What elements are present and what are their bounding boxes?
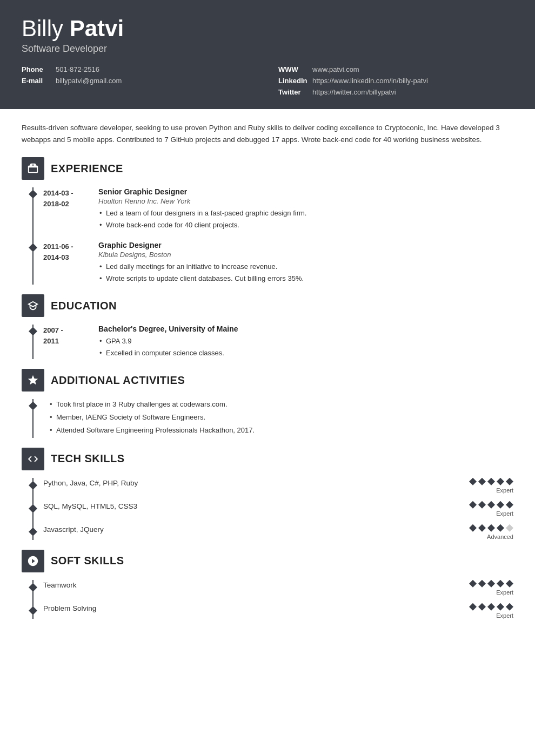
bullet-item: Led daily meetings for an initiative to … bbox=[98, 261, 513, 272]
tech-skills-title: TECH SKILLS bbox=[51, 453, 125, 465]
dots-row-1 bbox=[469, 478, 513, 485]
phone-item: Phone 501-872-2516 bbox=[22, 65, 257, 73]
experience-section: EXPERIENCE 2014-03 -2018-02 Senior Graph… bbox=[22, 157, 513, 285]
dot bbox=[469, 580, 477, 588]
summary-text: Results-driven software developer, seeki… bbox=[22, 122, 513, 145]
tech-skills-timeline: Python, Java, C#, PHP, Ruby Expert bbox=[32, 478, 513, 540]
experience-icon bbox=[22, 157, 44, 180]
skill-item-3: Javascript, JQuery Advanced bbox=[34, 524, 513, 540]
dot bbox=[506, 478, 513, 485]
bullets-1: Led a team of four designers in a fast-p… bbox=[98, 208, 513, 230]
linkedin-item: LinkedIn https://www.linkedin.com/in/bil… bbox=[278, 77, 513, 85]
dot bbox=[469, 478, 477, 485]
dot bbox=[469, 524, 477, 532]
star-icon bbox=[27, 374, 39, 386]
soft-skills-timeline: Teamwork Expert bbox=[32, 580, 513, 619]
soft-skill-row-1: Teamwork Expert bbox=[34, 580, 513, 596]
dot bbox=[478, 603, 486, 611]
experience-title: EXPERIENCE bbox=[51, 163, 123, 175]
tech-skills-icon bbox=[22, 448, 44, 470]
soft-skill-item-1: Teamwork Expert bbox=[34, 580, 513, 596]
dot bbox=[497, 478, 504, 485]
twitter-item: Twitter https://twitter.com/billypatvi bbox=[278, 88, 513, 96]
email-item: E-mail billypatvi@gmail.com bbox=[22, 77, 257, 85]
role-1: Senior Graphic Designer bbox=[98, 187, 513, 196]
dot bbox=[506, 580, 513, 588]
activities-header: ADDITIONAL ACTIVITIES bbox=[22, 369, 513, 392]
skill-item-1: Python, Java, C#, PHP, Ruby Expert bbox=[34, 478, 513, 494]
company-2: Kibula Designs, Boston bbox=[98, 251, 513, 259]
dot bbox=[478, 524, 486, 532]
phone-value: 501-872-2516 bbox=[56, 65, 99, 73]
www-item: WWW www.patvi.com bbox=[278, 65, 513, 73]
dot bbox=[506, 501, 513, 509]
soft-skill-level-1: Expert bbox=[496, 589, 513, 596]
edu-role-1: Bachelor's Degree, University of Maine bbox=[98, 325, 513, 333]
dot bbox=[469, 501, 477, 509]
soft-skills-header: SOFT SKILLS bbox=[22, 550, 513, 572]
activity-item: Took first place in 3 Ruby challenges at… bbox=[49, 399, 513, 410]
person-icon bbox=[27, 555, 39, 567]
dot bbox=[487, 524, 495, 532]
activities-list: Took first place in 3 Ruby challenges at… bbox=[49, 399, 513, 436]
twitter-label: Twitter bbox=[278, 88, 308, 96]
skill-label-1: Python, Java, C#, PHP, Ruby bbox=[43, 478, 469, 487]
bullet-item: Wrote back-end code for 40 client projec… bbox=[98, 220, 513, 231]
education-timeline: 2007 -2011 Bachelor's Degree, University… bbox=[32, 325, 513, 359]
education-section: EDUCATION 2007 -2011 Bachelor's Degree, … bbox=[22, 294, 513, 359]
experience-item-2: 2011-06 -2014-03 Graphic Designer Kibula… bbox=[34, 241, 513, 285]
skill-dots-1: Expert bbox=[469, 478, 513, 494]
bullet-item: Led a team of four designers in a fast-p… bbox=[98, 208, 513, 219]
dot bbox=[506, 603, 513, 611]
edu-content-1: Bachelor's Degree, University of Maine G… bbox=[93, 325, 513, 359]
briefcase-icon bbox=[27, 163, 39, 174]
www-value: www.patvi.com bbox=[312, 65, 359, 73]
dot bbox=[506, 524, 513, 532]
education-item-1: 2007 -2011 Bachelor's Degree, University… bbox=[34, 325, 513, 359]
activities-item-1: Took first place in 3 Ruby challenges at… bbox=[34, 399, 513, 437]
activity-item: Attended Software Engineering Profession… bbox=[49, 425, 513, 436]
linkedin-label: LinkedIn bbox=[278, 77, 308, 85]
content-1: Senior Graphic Designer Houlton Renno In… bbox=[93, 187, 513, 231]
company-1: Houlton Renno Inc. New York bbox=[98, 197, 513, 205]
dot bbox=[497, 603, 504, 611]
soft-skill-item-2: Problem Solving Expert bbox=[34, 603, 513, 619]
education-icon bbox=[22, 294, 44, 317]
experience-timeline: 2014-03 -2018-02 Senior Graphic Designer… bbox=[32, 187, 513, 285]
date-1: 2014-03 -2018-02 bbox=[34, 187, 93, 231]
dot bbox=[497, 524, 504, 532]
soft-skills-icon bbox=[22, 550, 44, 572]
soft-skill-dots-1: Expert bbox=[469, 580, 513, 596]
skill-label-2: SQL, MySQL, HTML5, CSS3 bbox=[43, 501, 469, 510]
act-content-1: Took first place in 3 Ruby challenges at… bbox=[34, 399, 513, 437]
dot bbox=[478, 580, 486, 588]
skill-row-2: SQL, MySQL, HTML5, CSS3 Expert bbox=[34, 501, 513, 517]
skill-row-3: Javascript, JQuery Advanced bbox=[34, 524, 513, 540]
www-label: WWW bbox=[278, 65, 308, 73]
tech-skills-section: TECH SKILLS Python, Java, C#, PHP, Ruby bbox=[22, 448, 513, 540]
soft-dots-row-1 bbox=[469, 580, 513, 588]
contact-grid: Phone 501-872-2516 WWW www.patvi.com E-m… bbox=[22, 65, 513, 96]
bullet-item: GPA 3.9 bbox=[98, 336, 513, 347]
dot bbox=[487, 603, 495, 611]
skill-dots-3: Advanced bbox=[469, 524, 513, 540]
code-icon bbox=[27, 453, 39, 465]
dot bbox=[478, 478, 486, 485]
dot bbox=[487, 580, 495, 588]
experience-item-1: 2014-03 -2018-02 Senior Graphic Designer… bbox=[34, 187, 513, 231]
soft-skill-label-1: Teamwork bbox=[43, 580, 469, 589]
role-2: Graphic Designer bbox=[98, 241, 513, 249]
soft-skills-title: SOFT SKILLS bbox=[51, 555, 124, 567]
activities-timeline: Took first place in 3 Ruby challenges at… bbox=[32, 399, 513, 437]
activities-icon bbox=[22, 369, 44, 392]
skill-level-1: Expert bbox=[496, 487, 513, 494]
dot bbox=[478, 501, 486, 509]
edu-date-1: 2007 -2011 bbox=[34, 325, 93, 359]
dots-row-3 bbox=[469, 524, 513, 532]
name-display: Billy Patvi bbox=[22, 16, 513, 41]
soft-dots-row-2 bbox=[469, 603, 513, 611]
activities-title: ADDITIONAL ACTIVITIES bbox=[51, 374, 185, 387]
graduation-icon bbox=[27, 300, 39, 312]
email-label: E-mail bbox=[22, 77, 51, 85]
skill-label-3: Javascript, JQuery bbox=[43, 524, 469, 534]
